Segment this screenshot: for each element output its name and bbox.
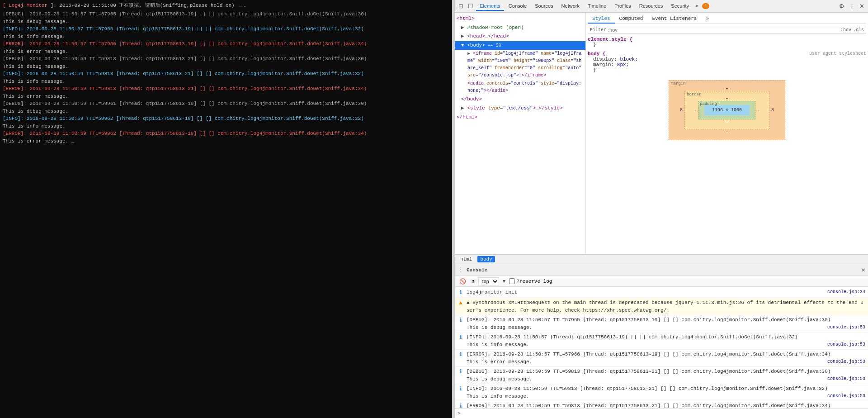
style-tab-event-listeners[interactable]: Event Listeners [647,14,701,24]
tab-console[interactable]: Console [505,2,530,11]
console-msg-icon: ℹ [458,333,464,342]
console-source[interactable]: console.jsp:34 [827,289,865,295]
log-line: [ERROR]: 2016-09-28 11:50:59 TTL=59813 [… [3,85,449,93]
log-line: This is info message. [3,123,449,130]
tree-node-body-close[interactable]: </body> [455,95,585,104]
tab-elements[interactable]: Elements [476,2,504,11]
console-filter-bar: 🚫 ⚗ top ▼ Preserve log [455,276,868,287]
devtools-top: <html> ▶ #shadow-root (open) ▶ <head>…</… [455,13,868,254]
css-selector-body: body { [588,51,606,57]
console-title: Console [467,267,487,273]
cls-button[interactable]: .cls [853,28,864,33]
log-title-bar: [ Log4j Monitor ]: 2016-09-28 11:51:00 正… [3,2,449,9]
log-line: This is error message. [3,93,449,100]
console-source[interactable]: console.jsp:53 [827,341,865,348]
dom-path-body[interactable]: body [477,256,495,262]
tree-node-shadow-root[interactable]: ▶ #shadow-root (open) [455,24,585,33]
tab-security[interactable]: Security [667,2,693,11]
error-badge: 1 [702,3,709,9]
log-line: This is debug message. [3,18,449,26]
inspect-icon-button[interactable]: ⊡ [457,2,465,10]
device-mode-button[interactable]: ☐ [466,2,475,10]
style-tab-computed[interactable]: Computed [615,14,648,24]
log-line: [INFO]: 2016-09-28 11:50:57 TTL=57965 [T… [3,25,449,33]
tab-timeline[interactable]: Timeline [584,2,610,11]
css-prop-margin: margin: 8px; [588,62,866,67]
console-msg-icon: ℹ [458,351,464,359]
dom-path-bar: html body [455,254,868,264]
preserve-log-checkbox[interactable] [509,278,515,284]
tree-node-style[interactable]: ▶ <style type="text/css">…</style> [455,104,585,113]
log-title: [ Log4j Monitor [3,3,51,8]
console-message: ℹ [INFO]: 2016-09-28 11:50:59 TTL=59813 … [455,384,868,401]
tree-node-body[interactable]: ▼ <body> == $0 [455,41,585,50]
box-margin: margin - 8 border - - [669,80,785,140]
console-msg-icon: ℹ [458,385,464,393]
more-options-button[interactable]: ⋮ [847,2,857,10]
filter-label: Filter [590,28,606,33]
tab-profiles[interactable]: Profiles [611,2,635,11]
styles-filter-input[interactable] [608,27,839,33]
console-panel: ⋮ Console ✕ 🚫 ⚗ top ▼ Preserve log ℹ log [455,264,868,418]
dom-path-html[interactable]: html [458,256,475,262]
console-input[interactable] [462,411,865,416]
console-msg-icon: ℹ [458,402,464,408]
console-context-select[interactable]: top [478,277,499,285]
preserve-log-checkbox-wrapper: Preserve log [509,278,552,284]
prompt-arrow: > [458,411,461,416]
css-rule-element-style: element.style { } [588,37,866,48]
box-model: margin - 8 border - - [669,80,785,140]
border-row: - padding- 1196 × 1000 [692,101,762,119]
settings-button[interactable]: ⚙ [837,2,846,10]
log-line: [ERROR]: 2016-09-28 11:50:57 TTL=57966 [… [3,40,449,48]
console-msg-icon: ▲ [458,299,464,307]
console-source[interactable]: console.jsp:53 [827,393,865,399]
margin-right-val: 8 [769,108,776,113]
log-entries: [DEBUG]: 2016-09-28 11:50:57 TTL=57965 [… [3,10,449,145]
border-top-val: - [692,96,762,101]
console-source[interactable]: console.jsp:53 [827,324,865,331]
devtools-panel: ⊡ ☐ Elements Console Sources Network Tim… [455,0,868,418]
css-prop-display: display: block; [588,57,866,62]
console-msg-text: [INFO]: 2016-09-28 11:50:57 [Thread: qtp… [467,333,865,348]
console-message: ℹ [ERROR]: 2016-09-28 11:50:59 TTL=59813… [455,401,868,408]
console-msg-text: [DEBUG]: 2016-09-28 11:50:57 TTL=57965 [… [467,316,865,331]
console-close-button[interactable]: ✕ [862,266,865,274]
css-rule-body: body { user agent stylesheet display: bl… [588,51,866,73]
style-tab-styles[interactable]: Styles [588,14,615,24]
console-filter-arrow: ▼ [503,279,506,284]
console-source[interactable]: console.jsp:53 [827,358,865,365]
console-message: ℹ [INFO]: 2016-09-28 11:50:57 [Thread: q… [455,332,868,350]
log-line: [ERROR]: 2016-09-28 11:50:59 TTL=59962 [… [3,130,449,138]
tree-node-iframe[interactable]: ▶ <iframe id="log4jIframe" name="log4jIf… [455,50,585,80]
tab-sources[interactable]: Sources [531,2,557,11]
devtools-toolbar: ⊡ ☐ Elements Console Sources Network Tim… [455,0,868,13]
tree-node-audio[interactable]: <audio controls="controls" style="displa… [455,80,585,95]
log-line: This is debug message. [3,63,449,71]
margin-top-val: - [678,86,776,91]
more-tabs-icon[interactable]: » [693,2,700,10]
close-devtools-button[interactable]: ✕ [858,2,866,10]
log-line: [DEBUG]: 2016-09-28 11:50:57 TTL=57965 [… [3,10,449,18]
tree-node-html[interactable]: <html> [455,14,585,24]
style-tab-more[interactable]: » [701,14,713,24]
console-drag-handle: ⋮ [458,266,464,274]
tab-resources[interactable]: Resources [636,2,667,11]
tree-node-html-close[interactable]: </html> [455,113,585,122]
console-msg-icon: ℹ [458,316,464,324]
console-messages: ℹ log4jmonitor initconsole.jsp:34 ▲ ▲ Sy… [455,287,868,408]
console-message: ℹ [ERROR]: 2016-09-28 11:50:57 TTL=57966… [455,350,868,367]
console-clear-button[interactable]: 🚫 [458,277,468,285]
console-source[interactable]: console.jsp:53 [827,375,865,382]
padding-label: padding- [700,102,719,106]
tree-node-head[interactable]: ▶ <head>…</head> [455,32,585,41]
hov-button[interactable]: :hov [840,28,851,33]
border-bottom-val: - [692,119,762,124]
console-msg-text: [ERROR]: 2016-09-28 11:50:59 TTL=59813 [… [467,402,865,408]
console-message: ℹ [DEBUG]: 2016-09-28 11:50:57 TTL=57965… [455,315,868,332]
border-label: border [687,92,701,97]
log-line: [DEBUG]: 2016-09-28 11:50:59 TTL=59961 [… [3,100,449,108]
tab-network[interactable]: Network [558,2,583,11]
console-toolbar: ⋮ Console ✕ [455,264,868,276]
console-message: ▲ ▲ Synchronous XMLHttpRequest on the ma… [455,298,868,315]
